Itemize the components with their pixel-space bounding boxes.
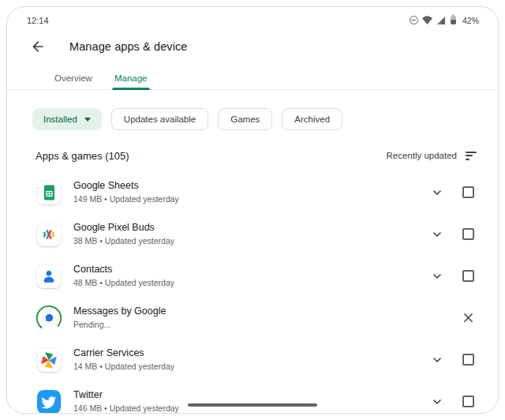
tab-overview-label: Overview: [54, 73, 92, 83]
sort-label: Recently updated: [386, 151, 457, 160]
triangle-down-icon: [84, 118, 91, 122]
expand-button[interactable]: [431, 396, 443, 408]
filter-archived[interactable]: Archived: [282, 108, 342, 130]
do-not-disturb-icon: [410, 16, 418, 24]
filter-chips: Installed Updates available Games Archiv…: [7, 108, 498, 130]
expand-button[interactable]: [431, 186, 443, 199]
app-name: Google Sheets: [73, 181, 431, 192]
app-row-contacts[interactable]: Contacts 48 MB • Updated yesterday: [7, 255, 498, 297]
app-row-google-sheets[interactable]: Google Sheets 149 MB • Updated yesterday: [7, 171, 498, 213]
close-icon: [462, 312, 474, 324]
filter-installed-label: Installed: [43, 114, 77, 124]
list-header: Apps & games (105) Recently updated: [7, 146, 498, 165]
app-subtitle: Pending...: [73, 321, 430, 330]
tab-manage[interactable]: Manage: [112, 67, 150, 89]
twitter-icon: [37, 390, 61, 414]
app-subtitle: 149 MB • Updated yesterday: [73, 195, 431, 204]
device-frame: 12:14 42% Manage apps & device Overview: [6, 6, 499, 414]
pixel-buds-icon: [37, 223, 61, 246]
gesture-navigation-bar[interactable]: [188, 403, 317, 407]
wifi-icon: [422, 16, 432, 24]
app-checkbox[interactable]: [462, 354, 474, 366]
tab-manage-label: Manage: [114, 73, 148, 83]
app-subtitle: 14 MB • Updated yesterday: [73, 362, 431, 372]
battery-icon: [451, 16, 456, 24]
app-row-google-pixel-buds[interactable]: Google Pixel Buds 38 MB • Updated yester…: [7, 213, 498, 255]
status-time: 12:14: [27, 16, 49, 25]
battery-percent: 42%: [462, 16, 479, 25]
expand-button[interactable]: [431, 270, 443, 283]
app-name: Messages by Google: [73, 306, 430, 317]
app-row-carrier-services[interactable]: Carrier Services 14 MB • Updated yesterd…: [7, 339, 498, 381]
progress-ring-icon: [36, 305, 62, 332]
chevron-down-icon: [432, 229, 443, 240]
filter-games[interactable]: Games: [218, 108, 272, 130]
chevron-down-icon: [432, 187, 443, 198]
filter-installed[interactable]: Installed: [32, 108, 102, 130]
expand-button[interactable]: [431, 354, 443, 366]
arrow-left-icon: [30, 39, 46, 54]
chevron-down-icon: [432, 271, 443, 282]
app-checkbox[interactable]: [462, 270, 474, 282]
cell-signal-icon: [436, 16, 446, 25]
carrier-services-icon: [37, 348, 61, 372]
cancel-download-button[interactable]: [462, 312, 474, 324]
app-subtitle: 48 MB • Updated yesterday: [73, 279, 431, 288]
status-icons: 42%: [410, 16, 479, 25]
app-name: Contacts: [73, 264, 431, 276]
app-checkbox[interactable]: [462, 396, 474, 407]
app-checkbox[interactable]: [462, 186, 474, 198]
expand-button[interactable]: [431, 228, 443, 241]
app-list: Google Sheets 149 MB • Updated yesterday: [7, 171, 498, 414]
app-subtitle: 38 MB • Updated yesterday: [73, 237, 431, 246]
app-name: Google Pixel Buds: [73, 223, 431, 234]
app-name: Twitter: [73, 390, 431, 401]
app-header: Manage apps & device: [7, 36, 498, 58]
sort-icon: [466, 152, 477, 160]
chevron-down-icon: [432, 354, 443, 366]
messages-pending-icon: [36, 305, 62, 332]
back-button[interactable]: [29, 38, 47, 55]
tab-overview[interactable]: Overview: [52, 67, 95, 89]
chevron-down-icon: [432, 396, 443, 407]
app-row-messages-by-google[interactable]: Messages by Google Pending...: [7, 297, 498, 339]
tab-bar: Overview Manage: [7, 67, 498, 90]
sort-button[interactable]: Recently updated: [386, 151, 477, 160]
filter-updates-available[interactable]: Updates available: [111, 108, 208, 130]
list-title: Apps & games (105): [36, 150, 129, 162]
status-bar: 12:14 42%: [7, 7, 498, 26]
app-checkbox[interactable]: [462, 228, 474, 240]
app-row-twitter[interactable]: Twitter 146 MB • Updated yesterday: [7, 381, 498, 414]
google-sheets-icon: [37, 181, 61, 204]
page-title: Manage apps & device: [69, 40, 188, 53]
contacts-icon: [37, 264, 61, 288]
app-name: Carrier Services: [73, 348, 431, 359]
